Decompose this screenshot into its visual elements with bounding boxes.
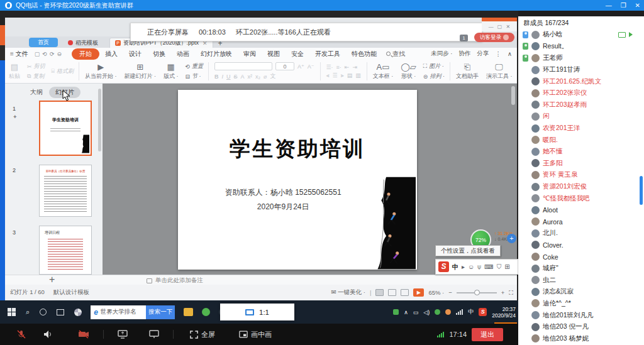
member-row[interactable]: 地信203 倪一凡 <box>518 321 644 333</box>
member-row[interactable]: 她不懂 <box>518 146 644 158</box>
slide-thumbnail-1[interactable]: 学生资助培训 <box>39 101 92 156</box>
start-button[interactable] <box>8 308 16 316</box>
member-row[interactable]: 环工202张宗仪 <box>518 87 644 99</box>
screen-share-icon[interactable] <box>118 330 128 339</box>
menu-item-5[interactable]: 幻灯片放映 <box>195 48 238 60</box>
tray-volume-icon[interactable]: ◁) <box>423 309 430 315</box>
tray-battery-icon[interactable]: ▭ <box>413 309 419 315</box>
search-go-button[interactable]: 搜索一下 <box>146 305 175 319</box>
ime-keyboard-icon[interactable]: ⌨ <box>484 263 493 270</box>
layout-button[interactable]: ▦版式 · <box>160 60 182 83</box>
ime-mic-icon[interactable]: ⍦ <box>477 263 481 271</box>
member-row[interactable]: 资环 黄玉泉 <box>518 169 644 181</box>
member-row[interactable]: Aurora <box>518 216 644 228</box>
menu-item-8[interactable]: 安全 <box>286 48 309 60</box>
zoom-knob[interactable] <box>474 290 480 295</box>
tray-ime-indicator[interactable]: 中 <box>468 308 474 316</box>
copy-button[interactable]: ⧉ 复制 <box>27 72 45 80</box>
shape-button[interactable]: ◯▱形状 · <box>397 60 420 83</box>
align-buttons[interactable]: ⫷☰⫸▤▥ <box>326 72 361 79</box>
menu-item-3[interactable]: 切换 <box>147 48 171 60</box>
menu-file[interactable]: ≡文件 <box>10 50 28 58</box>
member-row[interactable]: Clover. <box>518 239 644 251</box>
font-size-box[interactable]: 0 <box>275 62 294 70</box>
fit-screen-button[interactable]: ⛶ <box>509 289 513 297</box>
ime-mode-toggle[interactable]: 中 <box>452 263 458 271</box>
add-slide-button[interactable]: + <box>49 274 55 285</box>
member-row[interactable]: Aloot <box>518 204 644 216</box>
menu-item-1[interactable]: 插入 <box>99 48 123 60</box>
slide-thumbnail-2[interactable]: 资助委员（生活委员兼任）职责 <box>39 165 92 217</box>
collapse-ribbon-icon[interactable]: ∧ <box>508 50 512 57</box>
tab-home[interactable]: 首页 <box>29 38 58 47</box>
paste-button[interactable]: ▤粘贴 <box>5 60 24 83</box>
member-row[interactable]: ℃怪我都怪我吧 <box>518 192 644 204</box>
grow-font-icon[interactable]: A⁺ <box>297 63 304 70</box>
close-button[interactable]: ✕ <box>635 2 640 9</box>
zoom-slider[interactable] <box>457 292 497 293</box>
member-row[interactable]: 城府" <box>518 263 644 275</box>
tray-green-icon[interactable] <box>435 309 440 315</box>
cortana-icon[interactable] <box>40 309 47 315</box>
menu-item-6[interactable]: 审阅 <box>238 48 262 60</box>
tray-usb-icon[interactable] <box>393 309 399 315</box>
net-widget-plus-button[interactable]: + <box>507 234 516 243</box>
menu-item-9[interactable]: 开发工具 <box>309 48 346 60</box>
member-row[interactable]: 资源201刘宏俊 <box>518 181 644 193</box>
presentation-tools-button[interactable]: 🖵演示工具 · <box>482 60 516 83</box>
tray-network-icon[interactable] <box>456 309 463 315</box>
zoom-level[interactable]: 65% · <box>428 289 444 296</box>
fullscreen-button[interactable]: 全屏 <box>190 330 215 339</box>
slide-thumbnail-3[interactable]: 培训日程 <box>39 226 92 275</box>
restore-button[interactable]: ❐ <box>621 2 626 9</box>
exit-call-button[interactable]: 退出 <box>472 328 503 341</box>
editor-scrollbar[interactable] <box>511 86 515 105</box>
ie-search-box[interactable]: e 世界大学排名 <box>91 305 146 319</box>
beautify-button[interactable]: ✉ 一键美化 · <box>331 288 365 297</box>
camera-off-icon[interactable] <box>78 329 89 339</box>
folder-app-icon[interactable] <box>184 308 193 316</box>
ime-toolbox-icon[interactable]: ⊞ <box>504 263 509 270</box>
font-style-buttons[interactable]: BIUSAx²x₂⌀文 <box>214 72 314 80</box>
member-row[interactable]: 闲 <box>518 111 644 123</box>
member-row[interactable]: 王多阳 <box>518 158 644 170</box>
tray-expand-icon[interactable]: ∧ <box>404 309 408 315</box>
cut-button[interactable]: ✂ 剪切 <box>27 62 45 70</box>
menu-item-2[interactable]: 设计 <box>123 48 147 60</box>
menu-item-10[interactable]: 特色功能 <box>346 48 382 60</box>
ime-emoji-icon[interactable]: ☺ <box>468 263 474 270</box>
menu-item-4[interactable]: 动画 <box>171 48 195 60</box>
pip-button[interactable]: 画中画 <box>239 330 272 339</box>
list-indent-buttons[interactable]: ☰·≡·⇤⇥ <box>326 64 361 70</box>
guest-login-button[interactable]: 访客登录 <box>474 33 514 42</box>
ime-skin-icon[interactable]: ⛉ <box>497 263 502 271</box>
green-app-icon[interactable] <box>202 308 210 316</box>
member-row[interactable]: 迪伦*^_^* <box>518 298 644 310</box>
new-slide-button[interactable]: ⊞新建幻灯片 · <box>120 60 160 83</box>
task-view-icon[interactable] <box>57 309 64 315</box>
shrink-font-icon[interactable]: A⁻ <box>308 63 314 70</box>
font-name-box[interactable] <box>214 62 272 70</box>
reading-view-button[interactable] <box>401 289 409 296</box>
menu-find[interactable]: 查找 <box>386 50 405 58</box>
mic-muted-icon[interactable] <box>16 329 26 339</box>
member-row[interactable]: 虫二 <box>518 274 644 286</box>
sorter-view-button[interactable] <box>388 289 396 296</box>
menu-item-7[interactable]: 视图 <box>262 48 286 60</box>
member-scrollbar[interactable] <box>640 176 643 205</box>
quick-access-icons[interactable]: ▢⟲⟳⊖ <box>35 51 64 57</box>
member-row[interactable]: 王老师 <box>518 52 644 64</box>
doc-assistant-button[interactable]: ⎗文档助手 <box>452 60 482 83</box>
section-button[interactable]: ⊟ 节 · <box>185 72 203 80</box>
tray-orange-icon[interactable] <box>445 309 451 315</box>
member-row[interactable]: Coke <box>518 251 644 263</box>
member-row[interactable]: 地信203 杨梦妮 <box>518 332 644 344</box>
member-row[interactable]: Result。 <box>518 41 644 53</box>
pinwheel-app-icon[interactable] <box>74 309 82 316</box>
collaborate-button[interactable]: 协作 <box>459 50 471 58</box>
outline-tab[interactable]: 大纲 <box>30 88 43 97</box>
main-slide[interactable]: 学生资助培训 资助联系人：杨小晗 15255062551 2020年9月24日 <box>178 90 417 270</box>
wps-window-controls[interactable]: —▢✕ <box>482 21 517 31</box>
zoom-in-button[interactable]: + <box>501 289 505 296</box>
tab-docer[interactable]: 稻壳模板 <box>63 38 103 48</box>
